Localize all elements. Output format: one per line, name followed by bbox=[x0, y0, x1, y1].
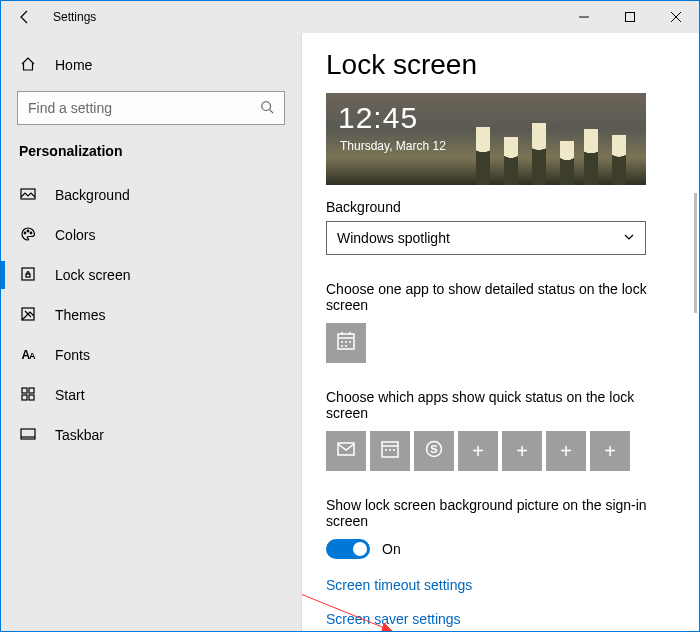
toggle-state-text: On bbox=[382, 541, 401, 557]
start-icon bbox=[19, 386, 37, 405]
svg-rect-16 bbox=[29, 395, 34, 400]
svg-point-4 bbox=[262, 101, 271, 110]
sidebar-item-colors[interactable]: Colors bbox=[1, 215, 301, 255]
plus-icon: + bbox=[472, 440, 484, 463]
sidebar-item-label: Themes bbox=[55, 307, 106, 323]
content-pane: Lock screen 12:45 Thursday, March 12 Bac… bbox=[301, 33, 699, 631]
lock-screen-icon bbox=[19, 266, 37, 285]
svg-rect-1 bbox=[626, 13, 635, 22]
sidebar-item-background[interactable]: Background bbox=[1, 175, 301, 215]
search-placeholder: Find a setting bbox=[28, 100, 112, 116]
svg-point-9 bbox=[30, 232, 32, 234]
svg-rect-13 bbox=[22, 388, 27, 393]
svg-line-5 bbox=[270, 109, 274, 113]
sidebar-item-label: Fonts bbox=[55, 347, 90, 363]
calendar-icon bbox=[380, 439, 400, 464]
svg-point-31 bbox=[385, 449, 387, 451]
scrollbar-thumb[interactable] bbox=[694, 193, 697, 313]
svg-rect-6 bbox=[21, 189, 35, 199]
svg-point-23 bbox=[341, 341, 343, 343]
quick-status-label: Choose which apps show quick status on t… bbox=[326, 389, 675, 421]
plus-icon: + bbox=[604, 440, 616, 463]
detailed-status-label: Choose one app to show detailed status o… bbox=[326, 281, 675, 313]
sidebar-item-label: Start bbox=[55, 387, 85, 403]
picture-icon bbox=[19, 186, 37, 205]
quick-status-tile-mail[interactable] bbox=[326, 431, 366, 471]
svg-point-8 bbox=[27, 230, 29, 232]
svg-point-27 bbox=[345, 345, 347, 347]
svg-rect-14 bbox=[29, 388, 34, 393]
detailed-status-app-tile[interactable] bbox=[326, 323, 366, 363]
maximize-button[interactable] bbox=[607, 1, 653, 33]
svg-point-25 bbox=[349, 341, 351, 343]
mail-icon bbox=[336, 439, 356, 464]
quick-status-tile-skype[interactable]: S bbox=[414, 431, 454, 471]
taskbar-icon bbox=[19, 426, 37, 445]
screen-timeout-link[interactable]: Screen timeout settings bbox=[326, 577, 675, 593]
svg-text:S: S bbox=[430, 443, 437, 455]
sidebar-item-themes[interactable]: Themes bbox=[1, 295, 301, 335]
svg-point-33 bbox=[393, 449, 395, 451]
sidebar-item-taskbar[interactable]: Taskbar bbox=[1, 415, 301, 455]
sidebar-home[interactable]: Home bbox=[1, 45, 301, 85]
preview-date: Thursday, March 12 bbox=[340, 139, 446, 153]
background-value: Windows spotlight bbox=[337, 230, 450, 246]
close-button[interactable] bbox=[653, 1, 699, 33]
sidebar-item-label: Lock screen bbox=[55, 267, 130, 283]
screen-saver-link[interactable]: Screen saver settings bbox=[326, 611, 675, 627]
minimize-button[interactable] bbox=[561, 1, 607, 33]
svg-point-26 bbox=[341, 345, 343, 347]
background-label: Background bbox=[326, 199, 675, 215]
sidebar-home-label: Home bbox=[55, 57, 92, 73]
back-button[interactable] bbox=[1, 1, 49, 33]
svg-point-7 bbox=[24, 232, 26, 234]
themes-icon bbox=[19, 306, 37, 325]
sidebar-item-label: Taskbar bbox=[55, 427, 104, 443]
sidebar-category: Personalization bbox=[1, 139, 301, 175]
svg-point-24 bbox=[345, 341, 347, 343]
sidebar-item-lock-screen[interactable]: Lock screen bbox=[1, 255, 301, 295]
preview-time: 12:45 bbox=[338, 101, 418, 135]
quick-status-tile-calendar[interactable] bbox=[370, 431, 410, 471]
page-title: Lock screen bbox=[326, 49, 675, 81]
fonts-icon: AA bbox=[19, 348, 37, 362]
search-icon bbox=[260, 100, 274, 117]
svg-rect-28 bbox=[338, 443, 354, 455]
sidebar-item-fonts[interactable]: AA Fonts bbox=[1, 335, 301, 375]
palette-icon bbox=[19, 226, 37, 245]
background-select[interactable]: Windows spotlight bbox=[326, 221, 646, 255]
skype-icon: S bbox=[424, 439, 444, 464]
svg-point-32 bbox=[389, 449, 391, 451]
plus-icon: + bbox=[560, 440, 572, 463]
plus-icon: + bbox=[516, 440, 528, 463]
sidebar-item-label: Background bbox=[55, 187, 130, 203]
sidebar-item-label: Colors bbox=[55, 227, 95, 243]
quick-status-tile-add[interactable]: + bbox=[502, 431, 542, 471]
chevron-down-icon bbox=[623, 230, 635, 246]
signin-bg-toggle[interactable] bbox=[326, 539, 370, 559]
search-input[interactable]: Find a setting bbox=[17, 91, 285, 125]
quick-status-tile-add[interactable]: + bbox=[590, 431, 630, 471]
signin-bg-label: Show lock screen background picture on t… bbox=[326, 497, 675, 529]
svg-rect-15 bbox=[22, 395, 27, 400]
svg-rect-11 bbox=[26, 274, 30, 277]
home-icon bbox=[19, 56, 37, 75]
sidebar-item-start[interactable]: Start bbox=[1, 375, 301, 415]
calendar-icon bbox=[336, 331, 356, 356]
quick-status-tile-add[interactable]: + bbox=[458, 431, 498, 471]
quick-status-tile-add[interactable]: + bbox=[546, 431, 586, 471]
window-title: Settings bbox=[49, 10, 96, 24]
lock-screen-preview[interactable]: 12:45 Thursday, March 12 bbox=[326, 93, 646, 185]
sidebar: Home Find a setting Personalization Back… bbox=[1, 33, 301, 631]
